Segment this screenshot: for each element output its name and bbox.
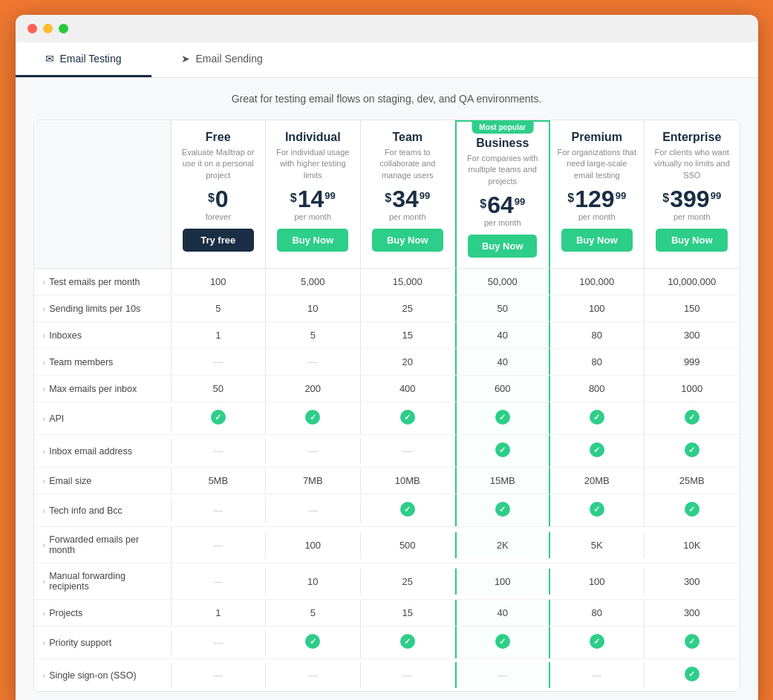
individual-dollar: $ — [290, 192, 297, 205]
feature-label[interactable]: ›Forwarded emails per month — [34, 527, 172, 563]
plan-enterprise: Enterprise For clients who want virtuall… — [645, 120, 740, 268]
feature-value — [550, 494, 645, 526]
minimize-dot[interactable] — [43, 24, 53, 33]
chevron-icon: › — [43, 447, 46, 456]
team-period: per month — [368, 212, 448, 221]
enterprise-cta-button[interactable]: Buy Now — [656, 229, 728, 252]
feature-value: 40 — [455, 349, 550, 375]
feature-value: 100 — [455, 569, 550, 595]
feature-value: 2K — [455, 532, 550, 558]
plan-team-name: Team — [368, 131, 448, 144]
feature-value: 1 — [172, 322, 267, 348]
business-dollar: $ — [480, 197, 486, 211]
plan-business: Most popular Business For companies with… — [455, 120, 550, 268]
maximize-dot[interactable] — [59, 24, 68, 33]
feature-label[interactable]: ›Projects — [34, 601, 172, 626]
check-icon — [400, 410, 415, 425]
feature-value: — — [361, 438, 456, 464]
feature-value — [266, 627, 361, 658]
dash-icon: — — [498, 670, 507, 681]
feature-value: 50,000 — [455, 269, 550, 295]
plan-free-desc: Evaluate Mailtrap or use it on a persona… — [179, 147, 258, 181]
feature-value: 10 — [266, 569, 361, 595]
feature-value — [550, 627, 645, 658]
premium-cta-button[interactable]: Buy Now — [561, 229, 633, 252]
feature-value: 25 — [361, 569, 456, 595]
close-dot[interactable] — [27, 24, 37, 33]
feature-label[interactable]: ›Inbox email address — [34, 439, 172, 464]
feature-value: 5 — [266, 600, 361, 626]
feature-label[interactable]: ›Team members — [34, 350, 172, 375]
feature-label[interactable]: ›Priority support — [34, 630, 172, 655]
feature-value: 5 — [172, 295, 267, 321]
feature-value: — — [266, 662, 361, 688]
plan-premium: Premium For organizations that need larg… — [550, 120, 645, 268]
dash-icon: — — [213, 445, 223, 457]
feature-label[interactable]: ›Manual forwarding recipients — [34, 563, 172, 599]
feature-label[interactable]: ›Single sign-on (SSO) — [34, 663, 172, 688]
feature-value — [361, 402, 456, 434]
chevron-icon: › — [43, 609, 46, 618]
feature-value: 15,000 — [361, 269, 456, 295]
team-dollar: $ — [385, 192, 391, 205]
feature-value: 20 — [361, 349, 456, 375]
feature-value: 10K — [645, 532, 740, 558]
check-icon — [305, 410, 320, 425]
enterprise-cents: 99 — [711, 190, 721, 201]
free-dollar: $ — [208, 192, 215, 205]
feature-value: — — [266, 438, 361, 464]
chevron-icon: › — [43, 540, 46, 549]
check-icon — [590, 442, 604, 457]
check-icon — [400, 502, 415, 517]
team-cta-button[interactable]: Buy Now — [372, 229, 443, 252]
feature-label[interactable]: ›Max emails per inbox — [34, 376, 172, 402]
feature-label[interactable]: ›Tech info and Bcc — [34, 498, 172, 523]
dash-icon: — — [308, 505, 318, 516]
feature-value — [645, 402, 740, 434]
feature-row: ›Team members——204080999 — [34, 349, 740, 376]
tab-email-testing[interactable]: ✉ Email Testing — [16, 42, 151, 77]
individual-cta-button[interactable]: Buy Now — [277, 229, 348, 252]
chevron-icon: › — [43, 577, 46, 586]
dash-icon: — — [213, 356, 223, 367]
business-cta-button[interactable]: Buy Now — [468, 235, 537, 258]
feature-label[interactable]: ›Email size — [34, 468, 172, 494]
check-icon — [590, 634, 604, 649]
feature-label[interactable]: ›API — [34, 406, 172, 431]
titlebar — [16, 15, 758, 42]
feature-value: — — [266, 497, 361, 523]
feature-row: ›Forwarded emails per month—1005002K5K10… — [34, 527, 740, 563]
team-main: 34 — [392, 187, 419, 211]
feature-value — [361, 494, 456, 526]
feature-value: 10 — [266, 295, 361, 321]
feature-value: 999 — [645, 349, 740, 375]
free-cta-button[interactable]: Try free — [183, 229, 254, 252]
feature-value — [455, 402, 550, 434]
feature-value: 300 — [645, 322, 740, 348]
feature-row: ›Inboxes15154080300 — [34, 322, 740, 349]
dash-icon: — — [592, 670, 601, 681]
feature-value: 100 — [266, 532, 361, 558]
tabs-bar: ✉ Email Testing ➤ Email Sending — [16, 42, 758, 78]
chevron-icon: › — [43, 414, 46, 423]
dash-icon: — — [402, 445, 412, 457]
tab-email-sending[interactable]: ➤ Email Sending — [151, 42, 293, 77]
plan-team-price: $ 34 99 — [368, 187, 448, 211]
feature-value: 20MB — [550, 468, 645, 494]
plan-individual-desc: For individual usage with higher testing… — [273, 147, 353, 181]
dash-icon: — — [213, 505, 223, 516]
premium-period: per month — [558, 212, 637, 221]
free-period: forever — [179, 212, 258, 221]
feature-label[interactable]: ›Sending limits per 10s — [34, 296, 172, 321]
feature-value — [645, 435, 740, 467]
feature-value: — — [172, 497, 267, 523]
feature-value: 40 — [455, 322, 550, 348]
feature-value — [266, 402, 361, 434]
check-icon — [685, 667, 699, 681]
feature-value: 500 — [361, 532, 456, 558]
dash-icon: — — [213, 576, 223, 587]
feature-label[interactable]: ›Test emails per month — [34, 269, 172, 295]
feature-label[interactable]: ›Inboxes — [34, 323, 172, 348]
chevron-icon: › — [43, 331, 46, 340]
header-empty-cell — [34, 120, 172, 268]
